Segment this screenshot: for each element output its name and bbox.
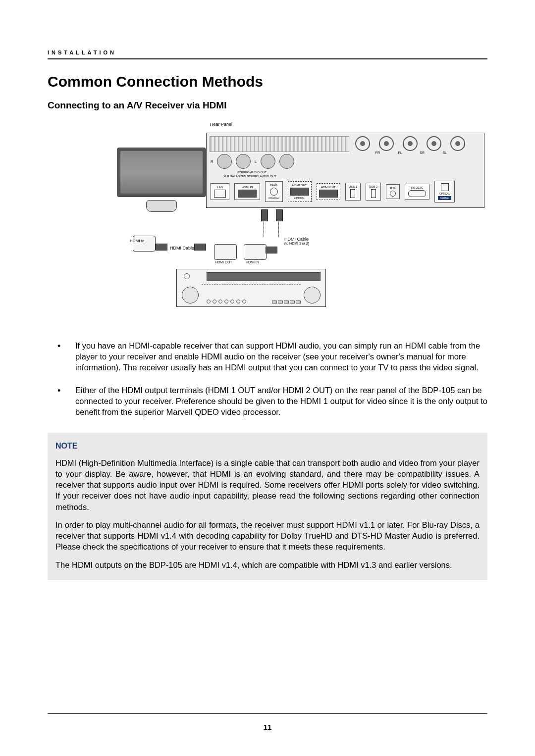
subsection-title: Connecting to an A/V Receiver via HDMI [48,100,487,111]
hdmi-plug-icon [156,244,167,251]
connection-diagram: Rear Panel HDMI In HDMI Cable FR FL SR [48,123,487,321]
rca-label: FL [398,151,402,154]
bullet-list: If you have an HDMI-capable receiver tha… [48,341,487,418]
running-head: INSTALLATION [48,50,487,55]
ir-in-port: IR IN [386,184,400,199]
hdmi-cable-line [278,220,279,237]
optical-port: OPTICAL DIGITAL [434,181,455,202]
list-item: If you have an HDMI-capable receiver tha… [67,341,487,373]
receiver-buttons [272,301,301,303]
header-rule [48,58,487,59]
tv-icon [117,148,206,212]
receiver-display [207,272,321,281]
hdmi-out-port-1: HDMI OUT OPTICAL [288,181,312,202]
note-title: NOTE [55,442,480,451]
av-receiver-icon [176,269,326,307]
xlr-jack-icon [261,154,275,169]
rca-row [355,136,465,151]
note-paragraph: The HDMI outputs on the BDP-105 are HDMI… [55,559,480,570]
receiver-hdmi-out-label: HDMI OUT [215,260,232,264]
usb-port: USB 1 [345,183,361,201]
rca-label: SR [420,151,425,154]
xlr-jack-icon [236,154,251,169]
note-box: NOTE HDMI (High-Definition Multimedia In… [48,433,487,580]
rca-label: SL [442,151,447,154]
xlr-balanced-label: XLR BALANCED STEREO AUDIO OUT [223,175,276,178]
rca-jack-icon [427,136,441,151]
hdmi-plug-icon [266,247,277,253]
usb-port: USB 2 [366,183,381,201]
note-paragraph: In order to play multi-channel audio for… [55,519,480,553]
receiver-hdmi-out-port [214,244,237,260]
ports-row: LAN HDMI IN DIAG COAXIAL HDMI OUT OPTICA… [211,181,480,202]
rca-jack-icon [379,136,394,151]
hdmi-plug-icon [276,209,283,221]
rca-jack-icon [450,136,465,151]
footer-rule [48,713,487,714]
rca-jack-icon [355,136,370,151]
power-icon [184,273,190,279]
list-item: Either of the HDMI output terminals (HDM… [67,385,487,418]
stereo-out-label: STEREO AUDIO OUT [237,171,267,174]
xlr-jack-icon [279,154,294,169]
hdmi-plug-icon [194,244,206,251]
section-title: Common Connection Methods [48,73,487,90]
selector-knob-icon [304,287,321,303]
volume-knob-icon [182,287,199,303]
rca-jack-icon [403,136,418,151]
vent-icon [210,136,349,152]
lan-port: LAN [211,183,229,200]
hdmi-cable-label-right: HDMI Cable [284,237,309,242]
hdmi-cable-line [264,220,264,237]
rear-panel-label: Rear Panel [210,122,232,127]
hdmi-in-label: HDMI In [130,239,144,243]
rear-panel-icon: FR FL SR SL R L STEREO AUDIO OUT XLR BAL… [206,133,484,208]
rca-label: FR [375,151,380,154]
rs232-port: RS-232C [405,184,429,200]
xlr-jack-icon [217,154,232,169]
xlr-row: R L [211,154,294,169]
hdmi-cable-sublabel: (to HDMI 1 or 2) [284,242,309,245]
hdmi-cable-label-left: HDMI Cable [170,246,194,251]
receiver-controls [207,300,246,303]
receiver-hdmi-in-label: HDMI IN [246,260,259,264]
hdmi-plug-icon [261,209,268,221]
page-number: 11 [0,723,535,731]
hdmi-in-port: HDMI IN [234,183,260,200]
tv-hdmi-port [133,236,156,252]
document-page: INSTALLATION Common Connection Methods C… [0,0,535,756]
hdmi-out-port-2: HDMI OUT [317,183,340,200]
note-paragraph: HDMI (High-Definition Multimedia Interfa… [55,457,480,512]
receiver-hdmi-in-port [244,244,267,260]
diag-port: DIAG COAXIAL [265,181,283,202]
